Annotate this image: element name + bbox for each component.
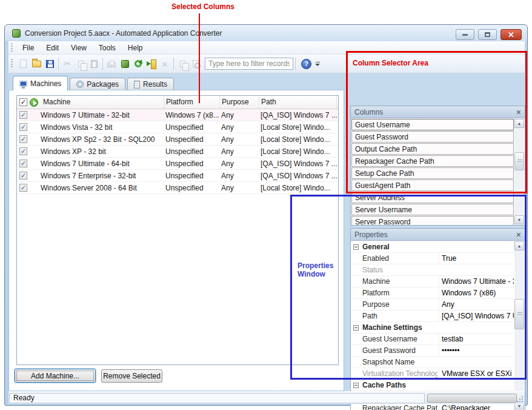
cell-path: [Local Store] Windo... <box>261 133 337 146</box>
new-document-icon[interactable] <box>16 57 30 70</box>
tab-label: Packages <box>87 80 119 89</box>
paste-icon <box>91 60 98 68</box>
row-checkbox[interactable]: ✓ <box>19 111 27 119</box>
cell-machine: Windows 7 Ultimate - 32-bit <box>41 109 162 121</box>
cell-path: [QA_ISO] Windows 7 ... <box>261 170 337 182</box>
cell-purpose: Any <box>221 146 258 158</box>
row-checkbox[interactable]: ✓ <box>19 147 27 155</box>
cell-purpose: Any <box>221 109 258 121</box>
minimize-button[interactable] <box>456 29 474 40</box>
cell-platform: Windows 7 (x8... <box>165 109 219 121</box>
help-icon[interactable]: ? <box>301 59 311 69</box>
cell-platform: Unspecified <box>165 121 219 133</box>
column-header-machine[interactable]: Machine <box>41 96 164 109</box>
cell-purpose: Any <box>221 133 258 146</box>
remove-selected-button[interactable]: Remove Selected <box>101 369 162 383</box>
machine-row[interactable]: ✓Windows 7 Enterprise - 32-bitUnspecifie… <box>17 170 338 182</box>
maximize-button[interactable] <box>478 29 497 40</box>
chevron-down-icon <box>315 64 320 66</box>
menu-file[interactable]: File <box>16 42 40 54</box>
duplicate-icon <box>180 61 185 67</box>
row-checkbox[interactable]: ✓ <box>19 184 27 192</box>
machine-row[interactable]: ✓Windows 7 Ultimate - 32-bitWindows 7 (x… <box>17 109 338 121</box>
copy-icon[interactable] <box>74 57 87 70</box>
tab-machines[interactable]: Machines <box>13 76 68 90</box>
cell-path: [QA_ISO] Windows 7 ... <box>261 158 337 170</box>
stop-icon[interactable]: × <box>158 57 171 70</box>
menu-view[interactable]: View <box>65 42 93 54</box>
save-project-icon <box>46 60 54 68</box>
status-bar: Ready <box>8 391 525 404</box>
column-header-platform[interactable]: Platform <box>164 96 220 109</box>
toolbar-separator <box>173 58 174 70</box>
machine-row[interactable]: ✓Windows 7 Ultimate - 64-bitUnspecifiedA… <box>17 158 338 170</box>
save-project-icon[interactable] <box>43 57 56 70</box>
tab-packages[interactable]: Packages <box>70 78 125 90</box>
column-header-path[interactable]: Path <box>259 96 337 109</box>
run-status-column-icon[interactable] <box>30 98 38 107</box>
cell-path: [Local Store] Windo... <box>261 182 337 194</box>
overflow-bar-icon <box>316 62 320 62</box>
property-group-header[interactable]: −Cache Paths <box>351 380 514 391</box>
annotation-column-selector-rect <box>346 51 527 193</box>
preview-icon[interactable] <box>189 57 202 70</box>
resize-grip[interactable] <box>517 396 523 402</box>
row-checkbox[interactable]: ✓ <box>19 123 27 131</box>
open-project-icon[interactable] <box>30 57 43 70</box>
cut-icon[interactable]: ✂ <box>61 57 74 70</box>
maximize-icon <box>485 32 490 37</box>
collapse-icon[interactable]: − <box>353 383 359 388</box>
add-machine-button[interactable]: Add Machine... <box>15 369 96 383</box>
machine-row[interactable]: ✓Windows Server 2008 - 64 BitUnspecified… <box>17 182 338 194</box>
menu-grip-handle[interactable] <box>11 43 13 53</box>
refresh-icon <box>135 60 142 67</box>
title-bar[interactable]: Conversion Project 5.aacx - Automated Ap… <box>5 25 527 41</box>
stop-icon: × <box>162 59 168 69</box>
menu-tools[interactable]: Tools <box>93 42 122 54</box>
menu-edit[interactable]: Edit <box>40 42 65 54</box>
annotation-properties-window-label: Properties Window <box>298 261 336 278</box>
cell-machine: Windows Server 2008 - 64 Bit <box>41 182 162 194</box>
close-icon: ✕ <box>508 30 514 39</box>
annotation-selected-columns-label: Selected Columns <box>171 2 234 11</box>
annotation-column-selector-label: Column Selector Area <box>353 59 428 67</box>
annotation-selected-columns-line <box>199 13 200 103</box>
run-conversion-icon <box>147 59 156 68</box>
cell-machine: Windows 7 Enterprise - 32-bit <box>41 170 162 182</box>
row-checkbox[interactable]: ✓ <box>19 135 27 143</box>
cell-machine: Windows 7 Ultimate - 64-bit <box>41 158 162 170</box>
column-header-purpose[interactable]: Purpose <box>220 96 259 109</box>
refresh-icon[interactable] <box>131 57 145 70</box>
annotation-properties-rect <box>290 195 527 380</box>
tab-strip: MachinesPackagesResults <box>13 76 176 90</box>
toolbar-separator <box>295 58 296 70</box>
print-icon <box>107 62 116 67</box>
close-button[interactable]: ✕ <box>500 29 522 40</box>
machine-row[interactable]: ✓Windows Vista - 32 bitUnspecifiedAny[Lo… <box>17 121 338 133</box>
screenshot-root: Conversion Project 5.aacx - Automated Ap… <box>0 0 532 410</box>
duplicate-icon[interactable] <box>176 57 189 70</box>
packages-icon <box>76 81 84 88</box>
copy-icon <box>78 61 84 67</box>
menu-help[interactable]: Help <box>122 42 149 54</box>
machine-row[interactable]: ✓Windows XP - 32 bitUnspecifiedAny[Local… <box>17 146 338 158</box>
filter-records-input[interactable] <box>205 58 293 70</box>
cell-purpose: Any <box>221 170 258 182</box>
row-checkbox[interactable]: ✓ <box>19 172 27 180</box>
app-icon <box>12 29 21 38</box>
package-icon[interactable] <box>118 57 131 70</box>
paste-icon[interactable] <box>87 57 101 70</box>
machine-row[interactable]: ✓Windows XP Sp2 - 32 Bit - SQL200Unspeci… <box>17 133 338 146</box>
cell-path: [QA_ISO] Windows 7 ... <box>261 109 337 121</box>
toolbar-overflow-button[interactable] <box>315 62 320 66</box>
cell-platform: Unspecified <box>165 133 219 146</box>
run-conversion-icon[interactable] <box>145 57 158 70</box>
cell-machine: Windows XP Sp2 - 32 Bit - SQL200 <box>41 133 162 146</box>
tab-results[interactable]: Results <box>127 78 174 90</box>
print-icon[interactable] <box>105 57 118 70</box>
toolbar-grip-handle[interactable] <box>11 59 13 69</box>
row-checkbox[interactable]: ✓ <box>19 160 27 167</box>
cell-platform: Unspecified <box>165 146 219 158</box>
group-name: Cache Paths <box>362 380 508 391</box>
select-all-checkbox[interactable]: ✓ <box>19 98 27 106</box>
